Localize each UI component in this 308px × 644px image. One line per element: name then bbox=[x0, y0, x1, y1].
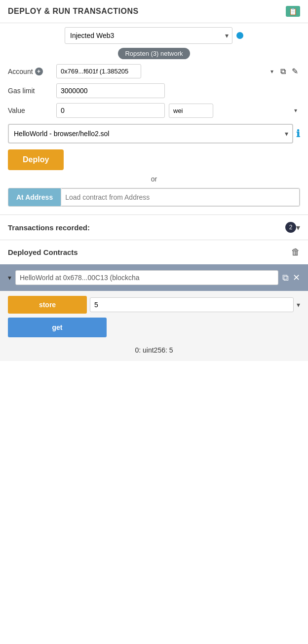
contract-select[interactable]: HelloWorld - browser/hello2.sol bbox=[8, 124, 293, 143]
panel-title: DEPLOY & RUN TRANSACTIONS bbox=[8, 7, 282, 16]
account-select[interactable]: 0x769...f601f (1.385205 bbox=[56, 64, 141, 78]
transactions-header[interactable]: Transactions recorded: 2 ▾ bbox=[0, 215, 308, 240]
result-value: 0: uint256: 5 bbox=[135, 346, 173, 354]
at-address-row: At Address bbox=[8, 188, 300, 207]
contract-actions: store ▾ get 0: uint256: 5 bbox=[0, 291, 308, 361]
deploy-button[interactable]: Deploy bbox=[8, 149, 64, 170]
account-label-group: Account + bbox=[8, 68, 52, 75]
network-badge-row: Ropsten (3) network bbox=[8, 48, 300, 59]
value-row: Value wei gwei finney ether bbox=[8, 103, 300, 118]
result-row: 0: uint256: 5 bbox=[8, 341, 300, 356]
gas-limit-label: Gas limit bbox=[8, 87, 52, 95]
at-address-button[interactable]: At Address bbox=[8, 188, 61, 206]
copy-account-button[interactable]: ⧉ bbox=[278, 66, 288, 77]
environment-select-wrapper: Injected Web3 bbox=[65, 27, 232, 44]
get-button[interactable]: get bbox=[8, 318, 107, 337]
remove-contract-button[interactable]: ✕ bbox=[293, 272, 300, 283]
account-row: Account + 0x769...f601f (1.385205 ⧉ ✎ bbox=[8, 64, 300, 78]
copy-contract-button[interactable]: ⧉ bbox=[282, 273, 289, 283]
at-address-input[interactable] bbox=[61, 188, 300, 206]
gas-limit-input[interactable] bbox=[56, 83, 165, 98]
value-input[interactable] bbox=[56, 103, 165, 118]
account-input-group: 0x769...f601f (1.385205 ⧉ ✎ bbox=[56, 64, 300, 78]
deployed-contract-row: ▾ ⧉ ✕ bbox=[8, 270, 300, 285]
clear-deployed-icon[interactable]: 🗑 bbox=[291, 247, 300, 257]
transactions-badge: 2 bbox=[285, 222, 296, 233]
deploy-run-panel: DEPLOY & RUN TRANSACTIONS 📋 Injected Web… bbox=[0, 0, 308, 361]
network-label: Ropsten (3) network bbox=[118, 48, 190, 59]
deployed-contracts-header: Deployed Contracts 🗑 bbox=[0, 240, 308, 264]
add-account-icon[interactable]: + bbox=[35, 68, 43, 75]
transactions-chevron-icon: ▾ bbox=[296, 223, 300, 232]
account-select-wrapper: 0x769...f601f (1.385205 bbox=[56, 64, 276, 78]
account-label: Account bbox=[8, 68, 33, 75]
get-action-row: get bbox=[8, 318, 300, 337]
store-input[interactable] bbox=[90, 297, 294, 312]
or-divider: or bbox=[8, 175, 300, 183]
panel-header: DEPLOY & RUN TRANSACTIONS 📋 bbox=[0, 0, 308, 23]
contract-selector-row: HelloWorld - browser/hello2.sol ℹ bbox=[8, 124, 300, 143]
value-label: Value bbox=[8, 107, 52, 114]
environment-select[interactable]: Injected Web3 bbox=[65, 27, 232, 44]
store-button[interactable]: store bbox=[8, 296, 87, 314]
value-unit-wrapper: wei gwei finney ether bbox=[169, 104, 300, 118]
info-icon[interactable]: ℹ bbox=[296, 128, 300, 140]
transactions-title: Transactions recorded: bbox=[8, 223, 281, 232]
edit-account-button[interactable]: ✎ bbox=[290, 66, 300, 77]
contract-expand-icon[interactable]: ▾ bbox=[8, 274, 11, 282]
deployed-contracts-title: Deployed Contracts bbox=[8, 248, 291, 256]
store-chevron-icon[interactable]: ▾ bbox=[297, 301, 300, 309]
network-indicator bbox=[236, 32, 243, 39]
environment-row: Injected Web3 bbox=[8, 27, 300, 44]
deployed-contract-item: ▾ ⧉ ✕ bbox=[0, 264, 308, 291]
header-icon: 📋 bbox=[286, 6, 300, 17]
value-unit-select[interactable]: wei gwei finney ether bbox=[169, 104, 213, 118]
store-action-row: store ▾ bbox=[8, 296, 300, 314]
contract-select-wrapper: HelloWorld - browser/hello2.sol bbox=[8, 124, 293, 143]
gas-limit-row: Gas limit bbox=[8, 83, 300, 98]
contract-name-input[interactable] bbox=[15, 270, 278, 285]
